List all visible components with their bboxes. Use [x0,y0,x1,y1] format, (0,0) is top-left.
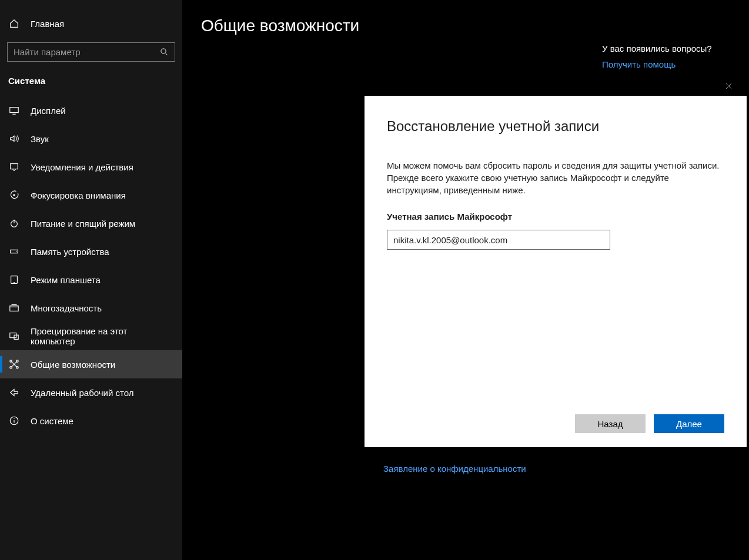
next-button[interactable]: Далее [654,414,724,433]
dialog-body: Восстановление учетной записи Мы можем п… [365,96,747,447]
sound-icon [8,133,20,145]
home-label: Главная [31,19,64,29]
power-icon [8,217,20,229]
section-heading: Система [0,76,182,96]
home-icon [8,18,20,29]
multitask-icon [8,302,20,314]
back-button[interactable]: Назад [575,414,646,433]
account-input[interactable] [387,230,610,250]
account-recovery-dialog: Восстановление учетной записи Мы можем п… [365,77,747,447]
svg-line-1 [165,53,167,55]
close-button[interactable] [715,77,742,96]
sidebar-item-sound[interactable]: Звук [0,125,182,153]
help-link[interactable]: Получить помощь [602,59,736,69]
close-icon [725,81,732,92]
nav-label: Память устройства [31,247,109,257]
projecting-icon [8,330,20,342]
svg-point-19 [10,360,12,363]
display-icon [8,105,20,116]
help-heading: У вас появились вопросы? [602,43,736,53]
sidebar-item-display[interactable]: Дисплей [0,96,182,125]
svg-point-5 [13,194,15,196]
sidebar-item-about[interactable]: О системе [0,407,182,435]
svg-point-9 [16,251,17,252]
sidebar-item-remote[interactable]: Удаленный рабочий стол [0,378,182,407]
nav-label: Фокусировка внимания [31,190,126,200]
svg-rect-2 [10,108,18,113]
search-box[interactable] [7,42,175,62]
nav-label: Удаленный рабочий стол [31,388,133,398]
sidebar-item-projecting[interactable]: Проецирование на этот компьютер [0,322,182,350]
home-nav[interactable]: Главная [0,18,182,42]
account-field-label: Учетная запись Майкрософт [387,212,724,222]
svg-rect-4 [11,164,18,169]
dialog-text: Мы можем помочь вам сбросить пароль и св… [387,159,722,196]
sidebar-item-shared[interactable]: Общие возможности [0,350,182,378]
svg-point-0 [160,49,165,53]
sidebar-item-notifications[interactable]: Уведомления и действия [0,153,182,181]
svg-point-21 [10,367,12,369]
search-wrap [0,42,182,76]
tablet-icon [8,274,20,286]
focus-icon [8,189,20,201]
notifications-icon [8,161,20,173]
nav-label: Общие возможности [31,360,115,370]
nav-list: Дисплей Звук Уведомления и действия Фоку… [0,96,182,435]
dialog-title: Восстановление учетной записи [387,118,724,135]
dialog-buttons: Назад Далее [575,414,724,433]
svg-point-20 [16,360,19,363]
sidebar-item-multitask[interactable]: Многозадачность [0,294,182,322]
nav-label: Проецирование на этот компьютер [31,326,174,346]
shared-icon [8,358,20,370]
nav-label: О системе [31,416,73,426]
nav-label: Питание и спящий режим [31,219,135,229]
search-icon [158,46,170,58]
privacy-link[interactable]: Заявление о конфиденциальности [383,464,526,474]
nav-label: Многозадачность [31,303,102,313]
main-pane: Общие возможности Заявление о конфиденци… [182,0,749,560]
sidebar-item-power[interactable]: Питание и спящий режим [0,209,182,237]
storage-icon [8,246,20,257]
nav-label: Дисплей [31,106,66,116]
svg-point-25 [14,418,14,419]
nav-label: Звук [31,134,49,144]
search-input[interactable] [8,43,175,61]
svg-point-22 [16,367,19,369]
nav-label: Режим планшета [31,275,101,285]
about-icon [8,415,20,427]
sidebar-item-storage[interactable]: Память устройства [0,237,182,266]
remote-icon [8,387,20,398]
dialog-titlebar [365,77,747,96]
nav-label: Уведомления и действия [31,162,133,172]
sidebar-item-tablet[interactable]: Режим планшета [0,266,182,294]
sidebar-item-focus[interactable]: Фокусировка внимания [0,181,182,209]
settings-sidebar: Главная Система Дисплей Звук Ув [0,0,182,560]
